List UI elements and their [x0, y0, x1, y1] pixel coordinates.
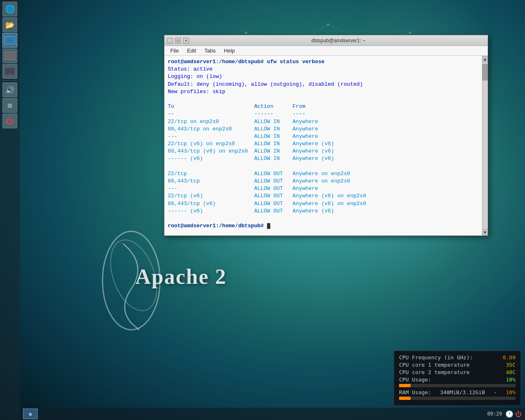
terminal-line: --- ALLOW IN Anywhere [168, 133, 479, 140]
terminal-line: ------ (v6) ALLOW OUT Anywhere (v6) [168, 208, 479, 215]
terminal-menubar: File Edit Tabs Help [164, 46, 488, 56]
terminal-line: 22/tcp on enp2s0 ALLOW IN Anywhere [168, 118, 479, 126]
terminal-small-icon[interactable]: _ [2, 64, 17, 79]
scrollbar-thumb[interactable] [482, 64, 488, 80]
terminal-scrollbar[interactable]: ▲ ▼ [482, 56, 488, 235]
ram-usage-bar [399, 397, 516, 400]
terminal-prompt-line: root@amdserver1:/home/dbtspub# [168, 222, 479, 230]
cpu-usage-row: CPU Usage: 10% [399, 377, 516, 383]
cpu-core1-row: CPU core 1 temperature 35C [399, 362, 516, 368]
cpu-core2-row: CPU core 2 temperature 40C [399, 369, 516, 375]
clock-display: 09:29 [487, 411, 502, 417]
terminal-line: Status: active [168, 66, 479, 73]
stack-icon[interactable]: ≡ [2, 98, 17, 113]
ram-usage-row: RAM Usage: 348MiB/3.12GiB - 10% [399, 389, 516, 395]
menu-tabs[interactable]: Tabs [200, 47, 219, 55]
menu-edit[interactable]: Edit [183, 47, 200, 55]
scrollbar-down-button[interactable]: ▼ [482, 229, 488, 235]
terminal-line: Default: deny (incoming), allow (outgoin… [168, 81, 479, 88]
cpu-freq-label: CPU Frequency (in GHz): [399, 354, 473, 361]
terminal-line: 22/tcp (v6) on enp2s0 ALLOW IN Anywhere … [168, 140, 479, 148]
ram-usage-fill [399, 397, 411, 400]
terminal-titlebar: _ □ × dbtspub@amdserver1: ~ [164, 35, 488, 46]
terminal-line: New profiles: skip [168, 88, 479, 96]
terminal-body-wrapper: root@amdserver1:/home/dbtspub# ufw statu… [164, 56, 488, 235]
menu-help[interactable]: Help [220, 47, 239, 55]
cpu-core2-label: CPU core 2 temperature [399, 369, 470, 375]
terminal-line: root@amdserver1:/home/dbtspub# ufw statu… [168, 58, 479, 66]
cpu-core1-value: 35C [506, 362, 516, 368]
terminal-line: 80,443/tcp on enp2s0 ALLOW IN Anywhere [168, 126, 479, 133]
taskbar: ▣ 09:29 🕐 ⏻ [20, 408, 525, 420]
terminal-line: Logging: on (low) [168, 73, 479, 80]
terminal-line: --- ALLOW OUT Anywhere [168, 185, 479, 192]
terminal-line [168, 163, 479, 170]
taskbar-active-window[interactable]: ▣ [23, 409, 38, 419]
cpu-core1-label: CPU core 1 temperature [399, 362, 470, 368]
cpu-freq-row: CPU Frequency (in GHz): 0.80 [399, 354, 516, 361]
terminal-line: ------ (v6) ALLOW IN Anywhere (v6) [168, 155, 479, 162]
scrollbar-up-button[interactable]: ▲ [482, 56, 488, 62]
cpu-monitor-widget: CPU Frequency (in GHz): 0.80 CPU core 1 … [394, 351, 521, 406]
terminal-line [168, 215, 479, 222]
globe-icon[interactable]: 🌐 [2, 2, 17, 16]
terminal-line: 80,443/tcp ALLOW OUT Anywhere on enp2s0 [168, 178, 479, 185]
cpu-usage-label: CPU Usage: [399, 377, 431, 383]
taskbar-window-label: ▣ [29, 411, 32, 417]
grey-box1-icon[interactable] [2, 48, 17, 63]
terminal-line [168, 96, 479, 103]
window-title: dbtspub@amdserver1: ~ [192, 38, 485, 43]
cpu-usage-bar [399, 384, 516, 387]
exit-icon[interactable]: ⏻ [2, 114, 17, 128]
close-button[interactable]: × [183, 38, 189, 43]
terminal-output[interactable]: root@amdserver1:/home/dbtspub# ufw statu… [164, 56, 482, 235]
cpu-core2-value: 40C [506, 369, 516, 375]
clock-icon[interactable]: 🕐 [505, 410, 514, 418]
files-icon[interactable]: 📂 [2, 17, 17, 32]
cpu-usage-value: 10% [506, 377, 516, 383]
power-icon[interactable]: ⏻ [515, 410, 522, 418]
ram-value: 348MiB/3.12GiB [440, 389, 485, 395]
sidebar: 🌐 📂 _ 🔊 ≡ ⏻ [0, 0, 20, 420]
terminal-line: 80,443/tcp (v6) ALLOW OUT Anywhere (v6) … [168, 200, 479, 208]
minimize-button[interactable]: _ [167, 38, 173, 43]
maximize-button[interactable]: □ [175, 38, 181, 43]
terminal-window: _ □ × dbtspub@amdserver1: ~ File Edit Ta… [164, 35, 488, 236]
ram-dash: - [494, 389, 497, 395]
terminal-line: -- ------ ---- [168, 110, 479, 118]
cursor [267, 223, 270, 229]
cpu-freq-value: 0.80 [503, 354, 516, 361]
terminal-line: 22/tcp (v6) ALLOW OUT Anywhere (v6) on e… [168, 192, 479, 200]
cpu-usage-fill [399, 384, 411, 387]
speaker-icon[interactable]: 🔊 [2, 82, 17, 97]
terminal-line: 22/tcp ALLOW OUT Anywhere on enp2s0 [168, 170, 479, 178]
active-window-icon[interactable] [2, 33, 17, 48]
separator [2, 80, 17, 81]
menu-file[interactable]: File [166, 47, 183, 55]
system-tray: 🕐 ⏻ [505, 410, 522, 418]
terminal-line: To Action From [168, 103, 479, 110]
terminal-line: 80,443/tcp (v6) on enp2s0 ALLOW IN Anywh… [168, 148, 479, 155]
ram-label: RAM Usage: [399, 389, 431, 395]
ram-pct-label: 10% [506, 389, 516, 395]
